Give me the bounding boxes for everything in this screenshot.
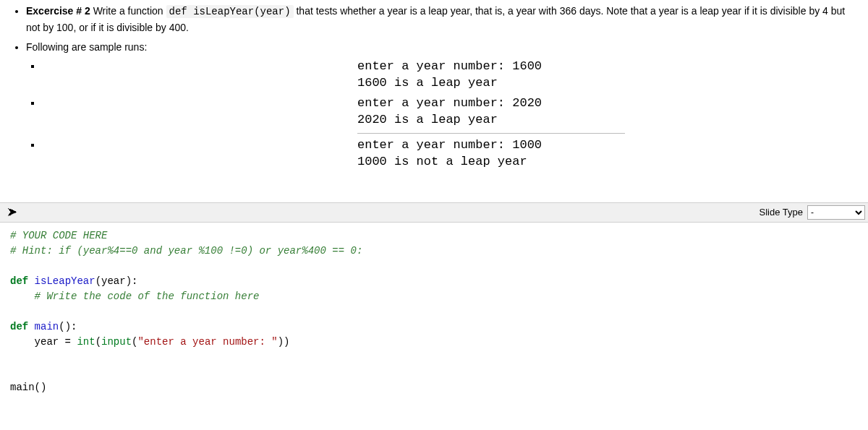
run-cell-icon[interactable]: ⮞ bbox=[3, 207, 17, 218]
slide-type-select[interactable]: - bbox=[807, 205, 865, 220]
code-comment: # Write the code of the function here bbox=[10, 291, 259, 302]
code-text: (year): bbox=[95, 275, 138, 287]
exercise-text-before: Write a function bbox=[90, 5, 166, 17]
code-keyword: def bbox=[10, 321, 28, 332]
code-keyword: def bbox=[10, 275, 28, 287]
exercise-inline-code: def isLeapYear(year) bbox=[166, 5, 294, 18]
code-comment: # Hint: if (year%4==0 and year %100 !=0)… bbox=[10, 245, 362, 257]
exercise-list: Excercise # 2 Write a function def isLea… bbox=[7, 3, 861, 171]
code-text: main() bbox=[10, 382, 46, 393]
slide-type-label: Slide Type bbox=[760, 207, 803, 218]
code-text: (): bbox=[59, 321, 77, 332]
code-builtin: int bbox=[77, 336, 95, 348]
code-string: "enter a year number: " bbox=[137, 336, 277, 348]
code-editor[interactable]: # YOUR CODE HERE # Hint: if (year%4==0 a… bbox=[0, 223, 868, 401]
list-item: enter a year number: 2020 2020 is a leap… bbox=[42, 95, 861, 134]
cell-toolbar: ⮞ Slide Type - bbox=[0, 202, 868, 223]
sample-output: enter a year number: 2020 2020 is a leap… bbox=[357, 95, 861, 129]
exercise-item: Excercise # 2 Write a function def isLea… bbox=[26, 3, 861, 36]
code-comment: # YOUR CODE HERE bbox=[10, 230, 107, 241]
code-funcname: isLeapYear bbox=[28, 275, 95, 287]
list-item: enter a year number: 1600 1600 is a leap… bbox=[42, 58, 861, 92]
exercise-heading: Excercise # 2 bbox=[26, 5, 90, 17]
sample-runs-item: Following are sample runs: enter a year … bbox=[26, 39, 861, 171]
following-label: Following are sample runs: bbox=[26, 41, 147, 53]
notebook-cell: ⮞ Slide Type - # YOUR CODE HERE # Hint: … bbox=[0, 202, 868, 401]
code-builtin: input bbox=[101, 336, 132, 348]
sample-output: enter a year number: 1600 1600 is a leap… bbox=[357, 59, 861, 92]
code-text: ( bbox=[95, 336, 101, 348]
list-item: enter a year number: 1000 1000 is not a … bbox=[42, 137, 861, 171]
sample-output: enter a year number: 1000 1000 is not a … bbox=[357, 137, 861, 171]
code-funcname: main bbox=[28, 321, 59, 332]
divider bbox=[357, 133, 625, 134]
sample-list: enter a year number: 1600 1600 is a leap… bbox=[26, 58, 861, 171]
code-text: year = bbox=[10, 336, 77, 348]
code-text: )) bbox=[278, 336, 290, 348]
